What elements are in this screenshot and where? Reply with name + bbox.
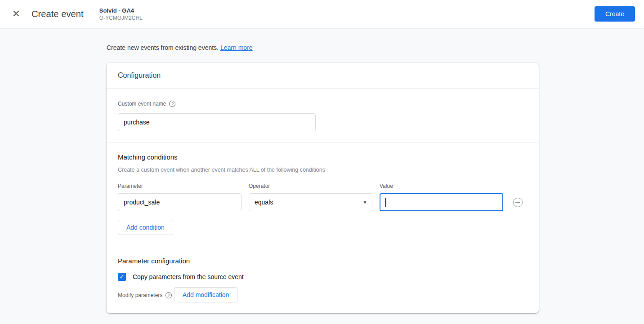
configuration-card: Configuration Custom event name ? Matchi…	[107, 63, 539, 313]
parameter-configuration-section: Parameter configuration ✓ Copy parameter…	[107, 246, 539, 313]
property-selector[interactable]: Solvid - GA4 G-YCMGJM2CHL	[99, 7, 143, 21]
dropdown-arrow-icon: ▼	[362, 200, 367, 205]
value-column-label: Value	[380, 183, 503, 189]
parameter-configuration-title: Parameter configuration	[118, 257, 528, 265]
custom-event-name-label-text: Custom event name	[118, 101, 166, 107]
remove-condition-icon[interactable]	[513, 198, 523, 207]
text-cursor	[385, 198, 386, 207]
help-icon[interactable]: ?	[169, 101, 175, 107]
copy-parameters-checkbox[interactable]: ✓	[118, 273, 126, 281]
create-button[interactable]: Create	[595, 6, 635, 22]
copy-parameters-label: Copy parameters from the source event	[133, 273, 244, 280]
page-body: Create new events from existing events.L…	[0, 44, 644, 313]
top-bar: ✕ Create event Solvid - GA4 G-YCMGJM2CHL…	[0, 0, 644, 28]
intro-text-label: Create new events from existing events.	[107, 44, 219, 51]
close-icon[interactable]: ✕	[11, 9, 22, 19]
property-id: G-YCMGJM2CHL	[99, 15, 143, 21]
property-name: Solvid - GA4	[99, 7, 143, 14]
custom-event-name-input[interactable]	[118, 113, 316, 131]
condition-column-labels: Parameter Operator Value	[118, 183, 528, 189]
operator-column-label: Operator	[249, 183, 372, 189]
copy-parameters-row: ✓ Copy parameters from the source event	[118, 273, 528, 281]
custom-event-name-label: Custom event name ?	[118, 101, 175, 107]
condition-row: equals ▼	[118, 193, 528, 211]
add-modification-button[interactable]: Add modification	[174, 287, 238, 302]
add-condition-button[interactable]: Add condition	[118, 220, 173, 235]
modify-parameters-label-text: Modify parameters	[118, 292, 162, 298]
help-icon[interactable]: ?	[165, 292, 172, 298]
modify-parameters-label: Modify parameters ?	[118, 292, 172, 298]
intro-text: Create new events from existing events.L…	[107, 44, 644, 51]
page-title: Create event	[31, 9, 84, 19]
matching-conditions-description: Create a custom event when another event…	[118, 167, 528, 173]
custom-event-section: Custom event name ?	[107, 89, 539, 142]
operator-select[interactable]: equals ▼	[249, 193, 372, 211]
matching-conditions-title: Matching conditions	[118, 153, 528, 161]
card-title: Configuration	[107, 63, 539, 89]
matching-conditions-section: Matching conditions Create a custom even…	[107, 142, 539, 246]
minus-icon	[515, 202, 520, 203]
value-input[interactable]	[380, 193, 503, 211]
operator-selected-value: equals	[255, 199, 273, 206]
learn-more-link[interactable]: Learn more	[220, 44, 253, 51]
parameter-input[interactable]	[118, 193, 242, 211]
parameter-column-label: Parameter	[118, 183, 242, 189]
header-divider	[92, 5, 92, 22]
